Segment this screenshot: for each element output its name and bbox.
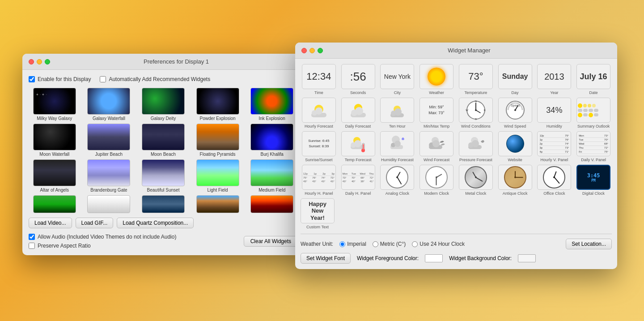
thumb-galaxy-waterfall[interactable] — [87, 88, 130, 115]
widget-close-button[interactable] — [301, 48, 307, 53]
widget-cell-daily-hpanel[interactable]: MonTueWedThu 73°70°68°72° 43°40°38°41° D… — [340, 165, 377, 196]
widget-thumb-hourly-hpanel[interactable]: 12p1p2p3p 75°76°74°73° 43°43°43°43° — [302, 165, 336, 190]
allow-audio-checkbox[interactable] — [29, 234, 35, 240]
widget-thumb-daily-hpanel[interactable]: MonTueWedThu 73°70°68°72° 43°40°38°41° — [341, 165, 375, 190]
set-font-button[interactable]: Set Widget Font — [301, 253, 351, 264]
widget-cell-wind-speed[interactable]: Speed Wind Speed — [497, 98, 534, 128]
thumb-row5-1[interactable] — [33, 195, 76, 213]
widget-cell-time[interactable]: 12:34 Time — [301, 64, 337, 95]
thumb-ink-explosion[interactable] — [250, 88, 293, 115]
widget-thumb-pressure-forecast[interactable] — [459, 131, 493, 156]
widget-cell-custom-text[interactable]: HappyNewYear! Custom Text — [301, 198, 335, 229]
thumb-medium-field[interactable] — [250, 159, 293, 186]
hour24-radio-item[interactable]: Use 24 Hour Clock — [412, 241, 465, 247]
widget-thumb-city[interactable]: New York — [380, 64, 414, 89]
widget-thumb-weather[interactable] — [419, 64, 453, 89]
widget-cell-summary-outlook[interactable]: Summary Outlook — [575, 98, 612, 128]
load-gif-button[interactable]: Load GIF... — [76, 218, 114, 228]
list-item[interactable]: Brandenburg Gate — [83, 159, 135, 193]
thumb-altar[interactable] — [33, 159, 76, 186]
widget-thumb-office-clock[interactable] — [537, 165, 571, 190]
list-item[interactable]: Floating Pyramids — [192, 124, 244, 157]
list-item[interactable]: Moon Waterfall — [29, 124, 80, 157]
list-item[interactable] — [192, 195, 244, 213]
minimize-button[interactable] — [37, 59, 42, 64]
widget-thumb-summary-outlook[interactable] — [576, 98, 610, 123]
widget-thumb-time[interactable]: 12:34 — [302, 64, 336, 89]
widget-cell-year[interactable]: 2013 Year — [536, 64, 573, 95]
preserve-aspect-checkbox[interactable] — [29, 243, 35, 249]
widget-cell-hourly-forecast[interactable]: Hourly Forecast — [301, 98, 337, 128]
list-item[interactable]: Galaxy Deity — [137, 88, 189, 121]
widget-thumb-humidity-forecast[interactable] — [380, 131, 414, 156]
thumb-row5-4[interactable] — [196, 195, 239, 213]
widget-thumb-date[interactable]: July 16 — [576, 64, 610, 89]
maximize-button[interactable] — [45, 59, 50, 64]
widget-cell-minmax[interactable]: Min: 59° Max: 73° Min/Max Temp — [418, 98, 455, 128]
widget-thumb-year[interactable]: 2013 — [537, 64, 571, 89]
widget-thumb-humidity[interactable]: 34% — [537, 98, 571, 123]
widget-thumb-wind-speed[interactable]: Speed — [498, 98, 532, 123]
widget-thumb-wind-conditions[interactable]: N S W E — [459, 98, 493, 123]
list-item[interactable]: Light Field — [192, 159, 244, 193]
list-item[interactable]: Beautiful Sunset — [137, 159, 189, 193]
set-location-button[interactable]: Set Location... — [566, 239, 612, 249]
imperial-radio-item[interactable]: Imperial — [339, 241, 366, 247]
widget-cell-pressure-forecast[interactable]: Pressure Forecast — [458, 131, 494, 162]
list-item[interactable]: Moon Beach — [137, 124, 189, 157]
widget-cell-wind-conditions[interactable]: N S W E Wind Conditions — [458, 98, 494, 128]
widget-cell-humidity[interactable]: 34% Humidity — [536, 98, 573, 128]
widget-thumb-seconds[interactable]: :56 — [341, 64, 375, 89]
close-button[interactable] — [29, 59, 34, 64]
widget-cell-humidity-forecast[interactable]: Humidity Forecast — [379, 131, 416, 162]
widget-cell-date[interactable]: July 16 Date — [575, 64, 612, 95]
clear-all-button[interactable]: Clear All Widgets — [244, 236, 298, 247]
widget-thumb-day[interactable]: Sunday — [498, 64, 532, 89]
widget-cell-office-clock[interactable]: Office Clock — [536, 165, 573, 196]
thumb-beautiful-sunset[interactable] — [142, 159, 185, 186]
thumb-powder-explosion[interactable] — [196, 88, 239, 115]
widget-cell-city[interactable]: New York City — [379, 64, 416, 95]
list-item[interactable]: Powder Explosion — [192, 88, 244, 121]
widget-cell-antique-clock[interactable]: Antique Clock — [497, 165, 534, 196]
widget-thumb-temp-forecast[interactable] — [341, 131, 375, 156]
auto-add-check-item[interactable]: Automatically Add Recommended Widgets — [100, 76, 210, 82]
widget-cell-metal-clock[interactable]: Metal Clock — [458, 165, 494, 196]
list-item[interactable] — [137, 195, 189, 213]
list-item[interactable] — [29, 195, 80, 213]
thumb-brandenburg[interactable] — [87, 159, 130, 186]
widget-cell-digital-clock[interactable]: 3:45 PM Digital Clock — [575, 165, 612, 196]
widget-thumb-daily-vpanel[interactable]: Mon73° Tue70° Wed68° Thu72° Fri75° — [576, 131, 610, 156]
widget-thumb-ten-hour[interactable] — [380, 98, 414, 123]
widget-cell-day[interactable]: Sunday Day — [497, 64, 534, 95]
widget-thumb-analog-clock[interactable] — [380, 165, 414, 190]
widget-thumb-custom-text[interactable]: HappyNewYear! — [301, 198, 335, 223]
widget-cell-analog-clock[interactable]: Analog Clock — [379, 165, 416, 196]
thumb-burj[interactable] — [250, 124, 293, 150]
widget-cell-sunrise-sunset[interactable]: Sunrise: 6:45 Sunset: 8:39 Sunrise/Sunse… — [301, 131, 337, 162]
list-item[interactable] — [246, 195, 298, 213]
widget-cell-hourly-vpanel[interactable]: 12p75° 1p76° 2p74° 3p73° 4p71° Hourly V.… — [536, 131, 573, 162]
thumb-galaxy-deity[interactable] — [142, 88, 185, 115]
thumb-milkyway[interactable] — [33, 88, 76, 115]
list-item[interactable]: Medium Field — [246, 159, 298, 193]
imperial-radio[interactable] — [339, 241, 345, 247]
widget-cell-temp-forecast[interactable]: Temp Forecast — [340, 131, 377, 162]
widget-thumb-minmax[interactable]: Min: 59° Max: 73° — [419, 98, 453, 123]
widget-thumb-metal-clock[interactable] — [459, 165, 493, 190]
load-quartz-button[interactable]: Load Quartz Composition... — [117, 218, 194, 228]
thumb-jupiter[interactable] — [87, 124, 130, 150]
widget-thumb-hourly-forecast[interactable] — [302, 98, 336, 123]
enable-check-item[interactable]: Enable for this Display — [29, 76, 91, 82]
widget-cell-daily-vpanel[interactable]: Mon73° Tue70° Wed68° Thu72° Fri75° Daily… — [575, 131, 612, 162]
widget-thumb-antique-clock[interactable] — [498, 165, 532, 190]
load-video-button[interactable]: Load Video... — [29, 218, 72, 228]
widget-thumb-daily-forecast[interactable] — [341, 98, 375, 123]
thumb-moon-waterfall[interactable] — [33, 124, 76, 150]
list-item[interactable]: Burj Khalifa — [246, 124, 298, 157]
allow-audio-check-item[interactable]: Allow Audio (Included Video Themes do no… — [29, 234, 176, 240]
widget-cell-hourly-hpanel[interactable]: 12p1p2p3p 75°76°74°73° 43°43°43°43° Hour… — [301, 165, 337, 196]
list-item[interactable]: Altar of Angels — [29, 159, 80, 193]
widget-thumb-digital-clock[interactable]: 3:45 PM — [576, 165, 610, 190]
widget-thumb-sunrise-sunset[interactable]: Sunrise: 6:45 Sunset: 8:39 — [302, 131, 336, 156]
